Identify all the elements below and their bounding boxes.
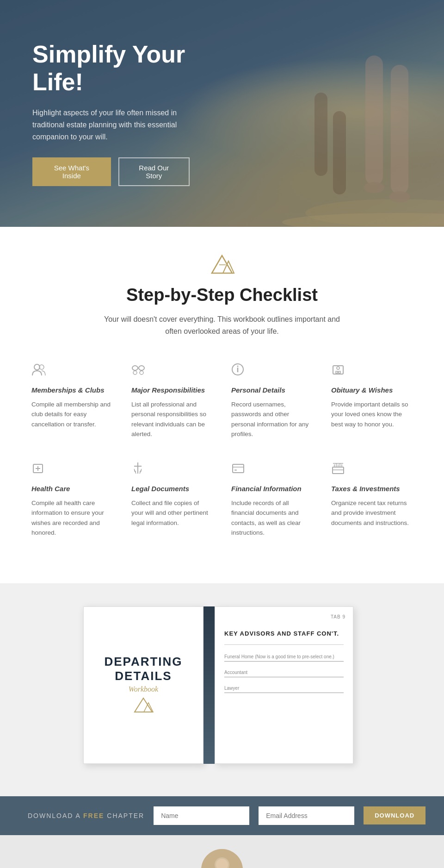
feature-responsibilities: Major Responsibilities List all professi… <box>128 359 216 443</box>
feature-personal: Personal Details Record usernames, passw… <box>228 359 316 443</box>
book-field-accountant-line <box>224 677 344 677</box>
svg-rect-22 <box>336 371 338 373</box>
feature-healthcare: Health Care Compile all health care info… <box>28 458 117 542</box>
taxes-icon <box>331 462 413 478</box>
download-label-free: FREE <box>83 812 104 819</box>
svg-point-13 <box>132 366 138 370</box>
svg-rect-1 <box>314 93 327 176</box>
feature-desc-memberships: Compile all membership and club details … <box>31 400 113 430</box>
obituary-icon <box>331 363 413 379</box>
hero-content: Simplify Your Life! Highlight aspects of… <box>0 13 222 214</box>
svg-point-14 <box>139 366 144 370</box>
name-input[interactable] <box>154 806 249 825</box>
feature-title-financial: Financial Information <box>231 484 313 493</box>
book-tab-label: TAB 9 <box>331 614 345 619</box>
svg-point-21 <box>337 367 339 369</box>
feature-title-responsibilities: Major Responsibilities <box>131 386 213 395</box>
author-avatar <box>201 849 243 868</box>
svg-rect-3 <box>365 56 383 185</box>
feature-desc-taxes: Organize recent tax returns and provide … <box>331 498 413 528</box>
svg-line-32 <box>140 471 142 472</box>
hero-buttons: See What's Inside Read Our Story <box>32 157 190 186</box>
feature-title-obituary: Obituary & Wishes <box>331 386 413 395</box>
feature-title-legal: Legal Documents <box>131 484 213 493</box>
feature-desc-financial: Include records of all financial documen… <box>231 498 313 538</box>
feature-memberships: Memberships & Clubs Compile all membersh… <box>28 359 117 443</box>
section-subtitle: Your will doesn't cover everything. This… <box>102 313 342 337</box>
svg-point-19 <box>237 366 239 367</box>
email-input[interactable] <box>259 806 354 825</box>
personal-icon <box>231 363 313 379</box>
svg-rect-36 <box>333 467 344 474</box>
responsibilities-icon <box>131 363 213 379</box>
book-spine <box>204 606 215 764</box>
feature-title-taxes: Taxes & Investments <box>331 484 413 493</box>
svg-point-11 <box>34 364 40 370</box>
healthcare-icon <box>31 462 113 478</box>
feature-desc-healthcare: Compile all health care information to e… <box>31 498 113 538</box>
feature-legal: Legal Documents Collect and file copies … <box>128 458 216 542</box>
read-story-button[interactable]: Read Our Story <box>118 157 190 186</box>
svg-rect-33 <box>233 464 244 473</box>
hero-description: Highlight aspects of your life often mis… <box>32 107 190 143</box>
feature-financial: Financial Information Include records of… <box>228 458 316 542</box>
book-mountain-icon <box>104 697 182 716</box>
feature-desc-obituary: Provide important details so your loved … <box>331 400 413 430</box>
book-cover-left: DEPARTINGDETAILS Workbook <box>83 606 204 764</box>
book-preview: DEPARTINGDETAILS Workbook TAB 9 KEY ADVI… <box>83 606 361 773</box>
feature-title-healthcare: Health Care <box>31 484 113 493</box>
book-divider <box>224 644 344 645</box>
book-field-accountant: Accountant <box>224 670 344 675</box>
download-label-after: CHAPTER <box>107 812 144 819</box>
hero-section: Simplify Your Life! Highlight aspects of… <box>0 0 444 227</box>
hero-image-silhouette <box>222 0 444 227</box>
mountain-svg <box>208 255 236 275</box>
svg-line-31 <box>134 471 136 472</box>
svg-marker-8 <box>212 256 232 273</box>
download-bar: DOWNLOAD A FREE CHAPTER DOWNLOAD <box>0 796 444 835</box>
svg-rect-35 <box>234 469 237 471</box>
download-label-before: DOWNLOAD A <box>28 812 80 819</box>
checklist-section: Step-by-Step Checklist Your will doesn't… <box>0 227 444 583</box>
book-title: DEPARTINGDETAILS <box>104 655 182 683</box>
feature-desc-responsibilities: List all professional and personal respo… <box>131 400 213 439</box>
book-page-heading: KEY ADVISORS AND STAFF CON'T. <box>224 630 344 637</box>
financial-icon <box>231 462 313 478</box>
feature-desc-legal: Collect and file copies of your will and… <box>131 498 213 528</box>
book-field-lawyer-line <box>224 693 344 693</box>
feature-obituary: Obituary & Wishes Provide important deta… <box>327 359 416 443</box>
hero-title: Simplify Your Life! <box>32 41 190 96</box>
feature-title-memberships: Memberships & Clubs <box>31 386 113 395</box>
download-label: DOWNLOAD A FREE CHAPTER <box>28 812 144 819</box>
legal-icon <box>131 462 213 478</box>
book-field-lawyer: Lawyer <box>224 686 344 691</box>
see-inside-button[interactable]: See What's Inside <box>32 157 111 186</box>
book-subtitle: Workbook <box>104 685 182 693</box>
book-field-funeral: Funeral Home (Now is a good time to pre-… <box>224 654 344 659</box>
memberships-icon <box>31 363 113 379</box>
svg-point-15 <box>133 371 137 375</box>
book-section: DEPARTINGDETAILS Workbook TAB 9 KEY ADVI… <box>0 583 444 796</box>
section-mountain-icon <box>28 255 416 280</box>
features-grid: Memberships & Clubs Compile all membersh… <box>28 359 416 542</box>
download-button[interactable]: DOWNLOAD <box>364 806 426 824</box>
svg-point-5 <box>364 182 384 193</box>
book-right-page: TAB 9 KEY ADVISORS AND STAFF CON'T. Fune… <box>215 606 353 764</box>
feature-taxes: Taxes & Investments Organize recent tax … <box>327 458 416 542</box>
svg-rect-23 <box>339 371 340 373</box>
svg-point-6 <box>389 191 410 202</box>
section-title: Step-by-Step Checklist <box>28 285 416 305</box>
avatar-svg <box>201 849 243 868</box>
book-field-funeral-line <box>224 661 344 662</box>
bottom-section <box>0 835 444 868</box>
svg-point-16 <box>140 371 143 375</box>
feature-desc-personal: Record usernames, passwords and other pe… <box>231 400 313 439</box>
svg-rect-2 <box>333 111 346 194</box>
feature-title-personal: Personal Details <box>231 386 313 395</box>
svg-rect-4 <box>391 65 408 194</box>
